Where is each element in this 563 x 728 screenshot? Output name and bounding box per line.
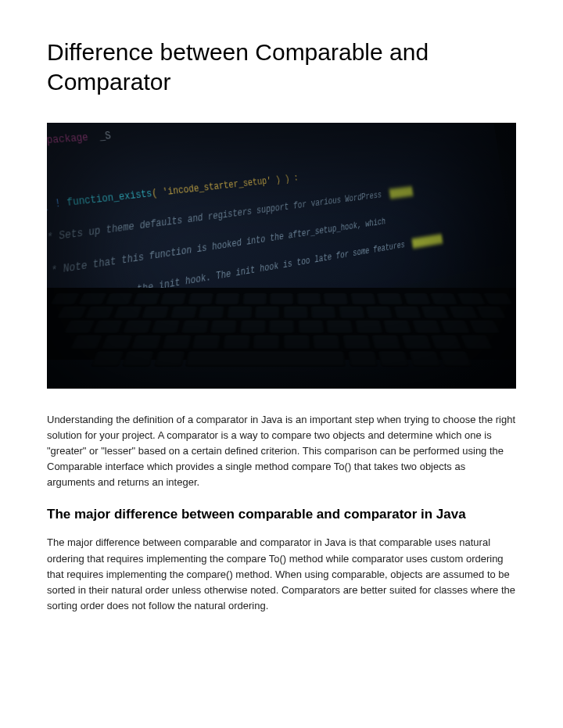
keyboard bbox=[47, 288, 516, 360]
hero-code-image: .. @link https://dev 11 @package _S 12 1… bbox=[47, 123, 516, 389]
intro-paragraph: Understanding the definition of a compar… bbox=[47, 412, 516, 491]
body-paragraph: The major difference between comparable … bbox=[47, 535, 516, 614]
section-heading: The major difference between comparable … bbox=[47, 506, 516, 524]
page-title: Difference between Comparable and Compar… bbox=[47, 38, 516, 98]
